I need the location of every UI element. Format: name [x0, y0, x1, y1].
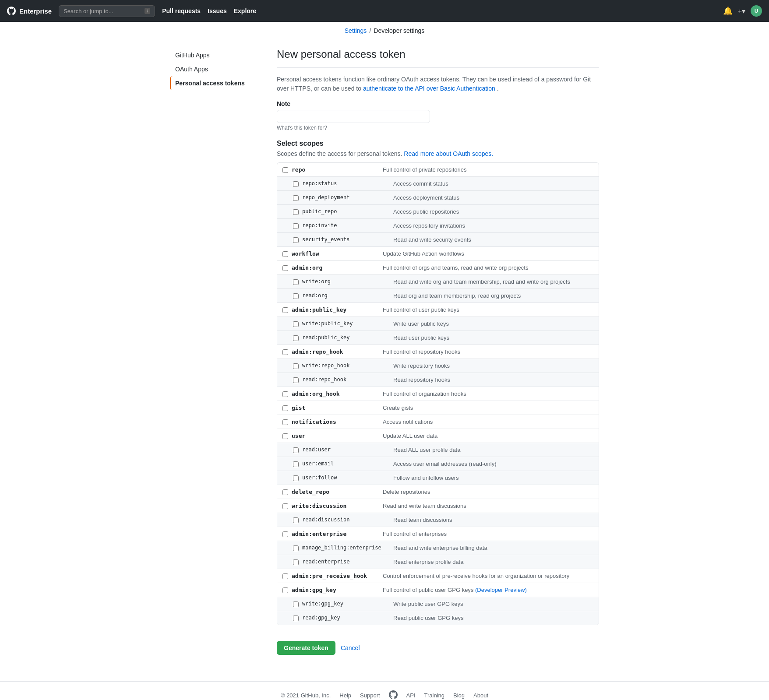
- note-input[interactable]: [277, 110, 430, 123]
- footer-link-support[interactable]: Support: [360, 692, 380, 699]
- scope-desc: Full control of organization hooks: [383, 390, 593, 397]
- scope-sub-row: user:emailAccess user email addresses (r…: [277, 457, 599, 471]
- scope-checkbox-repo_invite[interactable]: [293, 223, 299, 229]
- scope-checkbox-repo_deployment[interactable]: [293, 195, 299, 201]
- scope-checkbox-notifications[interactable]: [282, 419, 288, 425]
- scope-sub-name: write:org: [302, 278, 390, 285]
- scope-sub-row: read:enterpriseRead enterprise profile d…: [277, 555, 599, 569]
- scope-checkbox-admin_pre_receive_hook[interactable]: [282, 573, 288, 579]
- scope-checkbox-user[interactable]: [282, 433, 288, 439]
- sidebar-item-github-apps[interactable]: GitHub Apps: [170, 48, 266, 62]
- scope-checkbox-admin_gpg_key[interactable]: [282, 587, 288, 593]
- footer-link-blog[interactable]: Blog: [453, 692, 465, 699]
- scope-name: write:discussion: [292, 503, 379, 509]
- navbar-right: 🔔 +▾ U: [723, 5, 762, 17]
- pull-requests-link[interactable]: Pull requests: [162, 7, 201, 14]
- scope-sub-row: read:repo_hookRead repository hooks: [277, 373, 599, 387]
- scope-checkbox-write_repo_hook[interactable]: [293, 363, 299, 369]
- github-logo[interactable]: Enterprise: [7, 7, 52, 15]
- search-bar[interactable]: Search or jump to... /: [59, 5, 155, 17]
- scope-checkbox-read_discussion[interactable]: [293, 517, 299, 523]
- sidebar: GitHub Apps OAuth Apps Personal access t…: [170, 48, 266, 655]
- plus-icon[interactable]: +▾: [738, 7, 745, 15]
- scope-checkbox-read_org[interactable]: [293, 293, 299, 299]
- scope-desc: Update GitHub Action workflows: [383, 250, 593, 257]
- scope-row: notificationsAccess notifications: [277, 415, 599, 429]
- issues-link[interactable]: Issues: [208, 7, 227, 14]
- scope-checkbox-read_gpg_key[interactable]: [293, 616, 299, 621]
- scope-name: repo: [292, 166, 379, 173]
- scope-sub-row: user:followFollow and unfollow users: [277, 471, 599, 485]
- note-label: Note: [277, 100, 599, 107]
- scope-sub-name: write:public_key: [302, 320, 390, 327]
- scope-name: delete_repo: [292, 489, 379, 495]
- scope-checkbox-admin_org_hook[interactable]: [282, 391, 288, 397]
- oauth-scopes-link[interactable]: Read more about OAuth scopes.: [404, 150, 493, 157]
- scope-desc: Delete repositories: [383, 489, 593, 495]
- scope-sub-row: write:repo_hookWrite repository hooks: [277, 359, 599, 373]
- scope-sub-desc: Read org and team membership, read org p…: [393, 292, 593, 299]
- footer-link-training[interactable]: Training: [424, 692, 444, 699]
- scope-sub-row: write:gpg_keyWrite public user GPG keys: [277, 597, 599, 611]
- scope-sub-row: read:discussionRead team discussions: [277, 513, 599, 527]
- scope-sub-desc: Access deployment status: [393, 194, 593, 201]
- developer-preview-link[interactable]: (Developer Preview): [475, 587, 527, 593]
- scope-sub-row: read:gpg_keyRead public user GPG keys: [277, 611, 599, 625]
- scope-sub-row: repo:statusAccess commit status: [277, 177, 599, 191]
- scope-desc: Create gists: [383, 405, 593, 411]
- footer-link-help[interactable]: Help: [339, 692, 351, 699]
- scope-checkbox-repo_status[interactable]: [293, 181, 299, 187]
- scope-desc: Update ALL user data: [383, 433, 593, 439]
- scope-desc: Full control of public user GPG keys (De…: [383, 587, 593, 593]
- sidebar-item-personal-access-tokens[interactable]: Personal access tokens: [170, 76, 266, 90]
- scope-desc: Read and write team discussions: [383, 503, 593, 509]
- scope-checkbox-admin_org[interactable]: [282, 265, 288, 271]
- scope-checkbox-user_email[interactable]: [293, 461, 299, 467]
- scope-checkbox-public_repo[interactable]: [293, 209, 299, 215]
- scope-sub-desc: Access user email addresses (read-only): [393, 461, 593, 467]
- scope-sub-name: user:email: [302, 461, 390, 467]
- scope-checkbox-gist[interactable]: [282, 405, 288, 411]
- scope-checkbox-manage_billing_enterprise[interactable]: [293, 545, 299, 551]
- footer: © 2021 GitHub, Inc. Help Support API Tra…: [0, 681, 769, 700]
- scope-checkbox-admin_public_key[interactable]: [282, 307, 288, 313]
- scope-checkbox-admin_repo_hook[interactable]: [282, 349, 288, 355]
- scope-checkbox-workflow[interactable]: [282, 251, 288, 257]
- scope-checkbox-security_events[interactable]: [293, 237, 299, 243]
- scope-checkbox-read_user[interactable]: [293, 447, 299, 453]
- scope-name: admin:enterprise: [292, 531, 379, 537]
- scope-sub-row: repo:inviteAccess repository invitations: [277, 219, 599, 233]
- basic-auth-link[interactable]: authenticate to the API over Basic Authe…: [363, 85, 495, 92]
- scope-checkbox-write_gpg_key[interactable]: [293, 602, 299, 607]
- scope-sub-desc: Read enterprise profile data: [393, 559, 593, 565]
- settings-breadcrumb-link[interactable]: Settings: [345, 27, 367, 34]
- footer-link-api[interactable]: API: [406, 692, 416, 699]
- scope-checkbox-write_discussion[interactable]: [282, 503, 288, 509]
- scope-checkbox-repo[interactable]: [282, 167, 288, 173]
- notification-icon[interactable]: 🔔: [723, 6, 733, 16]
- avatar[interactable]: U: [751, 5, 762, 17]
- scopes-section: Select scopes Scopes define the access f…: [277, 140, 599, 625]
- scope-sub-desc: Access commit status: [393, 180, 593, 187]
- cancel-button[interactable]: Cancel: [341, 644, 360, 651]
- footer-link-about[interactable]: About: [473, 692, 488, 699]
- scope-checkbox-write_org[interactable]: [293, 279, 299, 285]
- scope-checkbox-read_repo_hook[interactable]: [293, 377, 299, 383]
- scope-checkbox-user_follow[interactable]: [293, 475, 299, 481]
- scope-sub-desc: Write public user GPG keys: [393, 601, 593, 607]
- scope-checkbox-read_enterprise[interactable]: [293, 559, 299, 565]
- generate-token-button[interactable]: Generate token: [277, 641, 335, 655]
- scopes-title: Select scopes: [277, 140, 599, 148]
- scope-checkbox-read_public_key[interactable]: [293, 335, 299, 341]
- scope-sub-row: manage_billing:enterpriseRead and write …: [277, 541, 599, 555]
- breadcrumb: Settings / Developer settings: [345, 27, 424, 34]
- scope-sub-desc: Access public repositories: [393, 208, 593, 215]
- explore-link[interactable]: Explore: [234, 7, 256, 14]
- scope-name: admin:repo_hook: [292, 348, 379, 355]
- scope-checkbox-delete_repo[interactable]: [282, 489, 288, 495]
- scope-checkbox-write_public_key[interactable]: [293, 321, 299, 327]
- scope-checkbox-admin_enterprise[interactable]: [282, 531, 288, 537]
- breadcrumb-bar: Settings / Developer settings: [0, 22, 769, 39]
- scope-desc: Access notifications: [383, 419, 593, 425]
- sidebar-item-oauth-apps[interactable]: OAuth Apps: [170, 62, 266, 76]
